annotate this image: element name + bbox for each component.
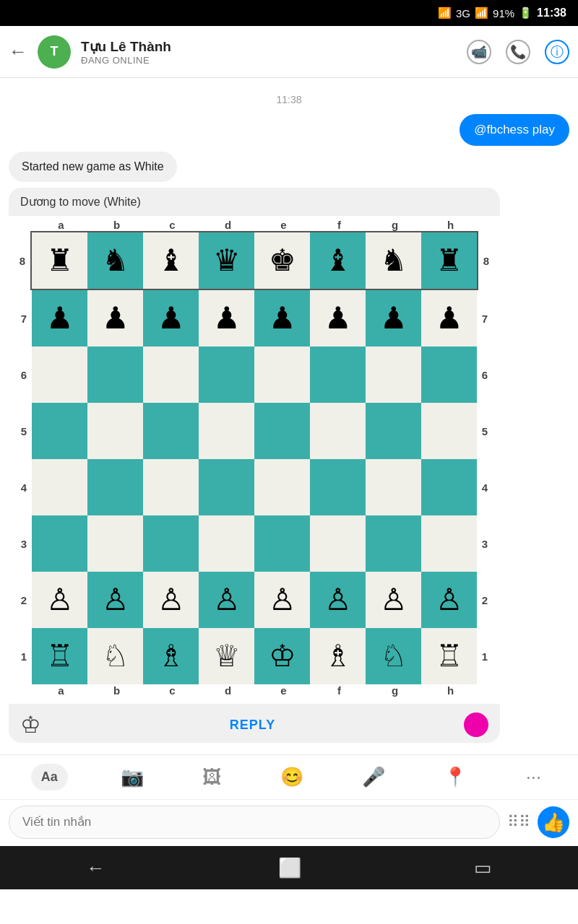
- microphone-button[interactable]: 🎤: [356, 760, 391, 794]
- wifi-icon: 📶: [438, 6, 452, 19]
- square-a3[interactable]: [32, 515, 87, 572]
- board-row-6: 6 6: [16, 346, 493, 403]
- square-e4[interactable]: [254, 459, 310, 515]
- square-g5[interactable]: [366, 403, 421, 459]
- square-d7[interactable]: ♟: [199, 290, 254, 346]
- back-button[interactable]: ←: [9, 40, 27, 63]
- square-b7[interactable]: ♟: [87, 290, 143, 346]
- square-h7[interactable]: ♟: [421, 290, 477, 346]
- home-nav-button[interactable]: ⬜: [278, 857, 301, 879]
- square-e7[interactable]: ♟: [254, 290, 310, 346]
- gallery-button[interactable]: 🖼: [197, 760, 227, 794]
- status-icons: 📶 3G 📶 91% 🔋 11:38: [438, 6, 566, 19]
- square-f2[interactable]: ♙: [310, 572, 366, 628]
- square-h2[interactable]: ♙: [421, 572, 477, 628]
- board-row-2: 2 ♙ ♙ ♙ ♙ ♙ ♙ ♙ ♙ 2: [16, 572, 493, 628]
- square-c5[interactable]: [143, 403, 199, 459]
- square-d4[interactable]: [199, 459, 254, 515]
- square-a2[interactable]: ♙: [32, 572, 87, 628]
- square-f3[interactable]: [310, 515, 366, 572]
- square-h4[interactable]: [421, 459, 477, 515]
- battery-label: 91%: [493, 7, 514, 19]
- chess-card: Dương to move (White) a b c d e f g h 8: [9, 188, 500, 743]
- video-call-button[interactable]: 📹: [467, 40, 491, 64]
- recents-nav-button[interactable]: ▭: [474, 857, 492, 879]
- square-e8[interactable]: ♚: [254, 232, 310, 289]
- chess-board-container: a b c d e f g h 8 ♜ ♞ ♝: [16, 219, 493, 697]
- square-c7[interactable]: ♟: [143, 290, 199, 346]
- square-g7[interactable]: ♟: [366, 290, 421, 346]
- status-bar: 📶 3G 📶 91% 🔋 11:38: [0, 0, 578, 26]
- square-g2[interactable]: ♙: [366, 572, 421, 628]
- square-g3[interactable]: [366, 515, 421, 572]
- square-e5[interactable]: [254, 403, 310, 459]
- reply-row: ♔ REPLY: [9, 704, 500, 743]
- board-row-3: 3 3: [16, 515, 493, 572]
- more-button[interactable]: ···: [520, 760, 548, 794]
- contact-info: Tựu Lê Thành ĐANG ONLINE: [81, 38, 457, 66]
- square-f5[interactable]: [310, 403, 366, 459]
- started-bubble: Started new game as White: [9, 152, 177, 182]
- sticker-button[interactable]: ⠿⠿: [507, 813, 530, 832]
- square-b1[interactable]: ♘: [87, 628, 143, 684]
- location-button[interactable]: 📍: [438, 760, 473, 794]
- square-e6[interactable]: [254, 346, 310, 403]
- square-a5[interactable]: [32, 403, 87, 459]
- square-f4[interactable]: [310, 459, 366, 515]
- square-b4[interactable]: [87, 459, 143, 515]
- square-h5[interactable]: [421, 403, 477, 459]
- emoji-button[interactable]: 😊: [275, 760, 309, 794]
- square-g6[interactable]: [366, 346, 421, 403]
- board-row-8: 8 ♜ ♞ ♝ ♛ ♚ ♝ ♞ ♜ 8: [14, 231, 494, 290]
- square-e3[interactable]: [254, 515, 310, 572]
- square-b3[interactable]: [87, 515, 143, 572]
- info-button[interactable]: ⓘ: [545, 40, 569, 64]
- square-b6[interactable]: [87, 346, 143, 403]
- square-h6[interactable]: [421, 346, 477, 403]
- square-f8[interactable]: ♝: [310, 232, 366, 289]
- square-c4[interactable]: [143, 459, 199, 515]
- reply-button[interactable]: REPLY: [230, 718, 275, 733]
- text-button[interactable]: Aa: [31, 764, 68, 790]
- square-c6[interactable]: [143, 346, 199, 403]
- square-c8[interactable]: ♝: [143, 232, 199, 289]
- square-c3[interactable]: [143, 515, 199, 572]
- square-h8[interactable]: ♜: [421, 232, 477, 289]
- square-d8[interactable]: ♛: [199, 232, 254, 289]
- camera-button[interactable]: 📷: [115, 760, 150, 794]
- square-a6[interactable]: [32, 346, 87, 403]
- square-c1[interactable]: ♗: [143, 628, 199, 684]
- square-d1[interactable]: ♕: [199, 628, 254, 684]
- square-d3[interactable]: [199, 515, 254, 572]
- square-f1[interactable]: ♗: [310, 628, 366, 684]
- like-send-button[interactable]: 👍: [538, 806, 569, 838]
- square-e1[interactable]: ♔: [254, 628, 310, 684]
- square-a1[interactable]: ♖: [32, 628, 87, 684]
- toolbar: Aa 📷 🖼 😊 🎤 📍 ···: [0, 754, 578, 799]
- avatar: T: [38, 35, 71, 69]
- square-g8[interactable]: ♞: [366, 232, 421, 289]
- square-d2[interactable]: ♙: [199, 572, 254, 628]
- square-h1[interactable]: ♖: [421, 628, 477, 684]
- square-f7[interactable]: ♟: [310, 290, 366, 346]
- square-h3[interactable]: [421, 515, 477, 572]
- audio-call-button[interactable]: 📞: [506, 40, 530, 64]
- square-a4[interactable]: [32, 459, 87, 515]
- square-c2[interactable]: ♙: [143, 572, 199, 628]
- square-b2[interactable]: ♙: [87, 572, 143, 628]
- board-row-1: 1 ♖ ♘ ♗ ♕ ♔ ♗ ♘ ♖ 1: [16, 628, 493, 684]
- board-row-4: 4 4: [16, 459, 493, 515]
- square-e2[interactable]: ♙: [254, 572, 310, 628]
- square-a8[interactable]: ♜: [32, 232, 87, 289]
- square-b5[interactable]: [87, 403, 143, 459]
- square-b8[interactable]: ♞: [87, 232, 143, 289]
- message-input[interactable]: [9, 806, 500, 839]
- square-d6[interactable]: [199, 346, 254, 403]
- back-nav-button[interactable]: ←: [87, 857, 105, 879]
- outgoing-bubble: @fbchess play: [460, 114, 569, 146]
- square-a7[interactable]: ♟: [32, 290, 87, 346]
- square-d5[interactable]: [199, 403, 254, 459]
- square-g4[interactable]: [366, 459, 421, 515]
- square-f6[interactable]: [310, 346, 366, 403]
- square-g1[interactable]: ♘: [366, 628, 421, 684]
